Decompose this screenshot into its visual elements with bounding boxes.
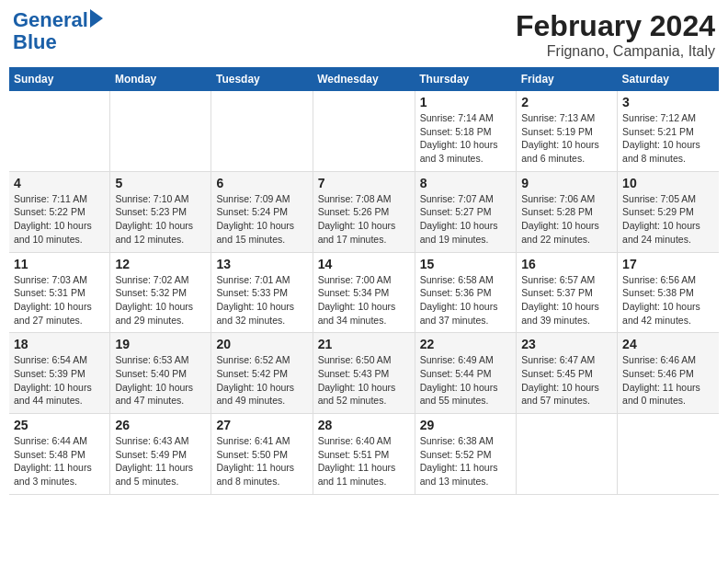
day-number: 19 (115, 337, 206, 351)
day-number: 6 (216, 176, 307, 190)
day-info: Sunrise: 7:03 AM Sunset: 5:31 PM Dayligh… (14, 273, 105, 327)
day-number: 25 (14, 418, 105, 432)
day-info: Sunrise: 6:57 AM Sunset: 5:37 PM Dayligh… (521, 273, 612, 327)
col-header-sunday: Sunday (9, 67, 110, 91)
calendar-cell: 23Sunrise: 6:47 AM Sunset: 5:45 PM Dayli… (517, 333, 618, 414)
day-info: Sunrise: 7:01 AM Sunset: 5:33 PM Dayligh… (216, 273, 307, 327)
day-number: 5 (115, 176, 206, 190)
day-info: Sunrise: 7:08 AM Sunset: 5:26 PM Dayligh… (318, 192, 410, 247)
calendar-cell: 22Sunrise: 6:49 AM Sunset: 5:44 PM Dayli… (415, 333, 516, 414)
logo-text-line1: General (13, 9, 88, 31)
day-info: Sunrise: 7:00 AM Sunset: 5:34 PM Dayligh… (318, 273, 410, 327)
day-number: 2 (521, 95, 612, 109)
calendar-cell (9, 91, 110, 171)
calendar-cell: 5Sunrise: 7:10 AM Sunset: 5:23 PM Daylig… (110, 171, 211, 252)
calendar-cell: 25Sunrise: 6:44 AM Sunset: 5:48 PM Dayli… (9, 414, 110, 495)
col-header-monday: Monday (110, 67, 211, 91)
calendar-cell: 20Sunrise: 6:52 AM Sunset: 5:42 PM Dayli… (211, 333, 313, 414)
calendar-cell: 8Sunrise: 7:07 AM Sunset: 5:27 PM Daylig… (415, 171, 516, 252)
day-number: 9 (521, 176, 612, 190)
day-number: 21 (318, 337, 410, 351)
col-header-thursday: Thursday (415, 67, 516, 91)
logo: General Blue (13, 9, 103, 53)
calendar-cell: 28Sunrise: 6:40 AM Sunset: 5:51 PM Dayli… (313, 414, 415, 495)
day-info: Sunrise: 6:56 AM Sunset: 5:38 PM Dayligh… (622, 273, 714, 327)
calendar-cell (211, 91, 313, 171)
calendar-cell: 9Sunrise: 7:06 AM Sunset: 5:28 PM Daylig… (517, 171, 618, 252)
day-number: 27 (216, 418, 307, 432)
page-header: General Blue February 2024 Frignano, Cam… (9, 9, 719, 60)
day-info: Sunrise: 7:09 AM Sunset: 5:24 PM Dayligh… (216, 192, 307, 247)
subtitle: Frignano, Campania, Italy (516, 43, 715, 60)
calendar-cell: 2Sunrise: 7:13 AM Sunset: 5:19 PM Daylig… (517, 91, 618, 171)
day-info: Sunrise: 6:50 AM Sunset: 5:43 PM Dayligh… (318, 353, 410, 408)
day-info: Sunrise: 7:12 AM Sunset: 5:21 PM Dayligh… (622, 111, 714, 166)
day-info: Sunrise: 7:06 AM Sunset: 5:28 PM Dayligh… (521, 192, 612, 247)
col-header-friday: Friday (517, 67, 618, 91)
day-number: 4 (14, 176, 105, 190)
day-number: 17 (622, 257, 714, 271)
day-number: 7 (318, 176, 410, 190)
day-info: Sunrise: 6:47 AM Sunset: 5:45 PM Dayligh… (521, 353, 612, 408)
day-number: 10 (622, 176, 714, 190)
day-info: Sunrise: 7:14 AM Sunset: 5:18 PM Dayligh… (420, 111, 511, 166)
day-info: Sunrise: 6:52 AM Sunset: 5:42 PM Dayligh… (216, 353, 307, 408)
day-info: Sunrise: 7:05 AM Sunset: 5:29 PM Dayligh… (622, 192, 714, 247)
calendar-cell (618, 414, 719, 495)
calendar-cell: 19Sunrise: 6:53 AM Sunset: 5:40 PM Dayli… (110, 333, 211, 414)
calendar-table: SundayMondayTuesdayWednesdayThursdayFrid… (9, 67, 719, 495)
day-info: Sunrise: 6:53 AM Sunset: 5:40 PM Dayligh… (115, 353, 206, 408)
calendar-cell (313, 91, 415, 171)
calendar-cell: 4Sunrise: 7:11 AM Sunset: 5:22 PM Daylig… (9, 171, 110, 252)
calendar-cell: 6Sunrise: 7:09 AM Sunset: 5:24 PM Daylig… (211, 171, 313, 252)
calendar-cell: 12Sunrise: 7:02 AM Sunset: 5:32 PM Dayli… (110, 252, 211, 333)
logo-arrow-icon (90, 9, 103, 28)
col-header-tuesday: Tuesday (211, 67, 313, 91)
day-info: Sunrise: 6:41 AM Sunset: 5:50 PM Dayligh… (216, 434, 307, 488)
day-info: Sunrise: 6:44 AM Sunset: 5:48 PM Dayligh… (14, 434, 105, 488)
day-info: Sunrise: 6:46 AM Sunset: 5:46 PM Dayligh… (622, 353, 714, 408)
day-number: 24 (622, 337, 714, 351)
day-number: 1 (420, 95, 511, 109)
day-number: 29 (420, 418, 511, 432)
day-info: Sunrise: 7:13 AM Sunset: 5:19 PM Dayligh… (521, 111, 612, 166)
calendar-cell: 14Sunrise: 7:00 AM Sunset: 5:34 PM Dayli… (313, 252, 415, 333)
title-block: February 2024 Frignano, Campania, Italy (516, 9, 715, 60)
day-info: Sunrise: 7:07 AM Sunset: 5:27 PM Dayligh… (420, 192, 511, 247)
day-number: 13 (216, 257, 307, 271)
day-number: 22 (420, 337, 511, 351)
day-number: 26 (115, 418, 206, 432)
day-info: Sunrise: 6:38 AM Sunset: 5:52 PM Dayligh… (420, 434, 511, 488)
day-number: 11 (14, 257, 105, 271)
day-info: Sunrise: 6:54 AM Sunset: 5:39 PM Dayligh… (14, 353, 105, 408)
calendar-cell: 27Sunrise: 6:41 AM Sunset: 5:50 PM Dayli… (211, 414, 313, 495)
calendar-cell: 13Sunrise: 7:01 AM Sunset: 5:33 PM Dayli… (211, 252, 313, 333)
day-number: 14 (318, 257, 410, 271)
day-info: Sunrise: 6:43 AM Sunset: 5:49 PM Dayligh… (115, 434, 206, 488)
day-number: 12 (115, 257, 206, 271)
calendar-cell: 10Sunrise: 7:05 AM Sunset: 5:29 PM Dayli… (618, 171, 719, 252)
calendar-cell: 26Sunrise: 6:43 AM Sunset: 5:49 PM Dayli… (110, 414, 211, 495)
day-number: 18 (14, 337, 105, 351)
day-info: Sunrise: 6:40 AM Sunset: 5:51 PM Dayligh… (318, 434, 410, 488)
day-number: 3 (622, 95, 714, 109)
calendar-cell: 16Sunrise: 6:57 AM Sunset: 5:37 PM Dayli… (517, 252, 618, 333)
day-info: Sunrise: 6:49 AM Sunset: 5:44 PM Dayligh… (420, 353, 511, 408)
main-title: February 2024 (516, 9, 715, 43)
day-info: Sunrise: 7:10 AM Sunset: 5:23 PM Dayligh… (115, 192, 206, 247)
calendar-cell: 15Sunrise: 6:58 AM Sunset: 5:36 PM Dayli… (415, 252, 516, 333)
calendar-cell: 1Sunrise: 7:14 AM Sunset: 5:18 PM Daylig… (415, 91, 516, 171)
day-info: Sunrise: 6:58 AM Sunset: 5:36 PM Dayligh… (420, 273, 511, 327)
calendar-cell (110, 91, 211, 171)
day-info: Sunrise: 7:11 AM Sunset: 5:22 PM Dayligh… (14, 192, 105, 247)
calendar-cell: 11Sunrise: 7:03 AM Sunset: 5:31 PM Dayli… (9, 252, 110, 333)
calendar-cell: 21Sunrise: 6:50 AM Sunset: 5:43 PM Dayli… (313, 333, 415, 414)
day-number: 23 (521, 337, 612, 351)
calendar-cell: 3Sunrise: 7:12 AM Sunset: 5:21 PM Daylig… (618, 91, 719, 171)
calendar-cell: 24Sunrise: 6:46 AM Sunset: 5:46 PM Dayli… (618, 333, 719, 414)
day-info: Sunrise: 7:02 AM Sunset: 5:32 PM Dayligh… (115, 273, 206, 327)
calendar-cell: 7Sunrise: 7:08 AM Sunset: 5:26 PM Daylig… (313, 171, 415, 252)
calendar-cell: 17Sunrise: 6:56 AM Sunset: 5:38 PM Dayli… (618, 252, 719, 333)
day-number: 15 (420, 257, 511, 271)
calendar-cell (517, 414, 618, 495)
